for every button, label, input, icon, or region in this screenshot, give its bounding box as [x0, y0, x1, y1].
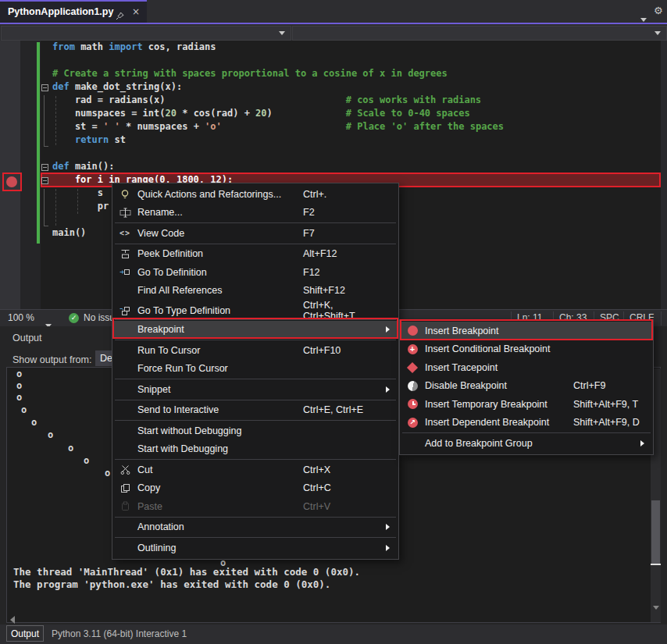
menu-item-annotation[interactable]: Annotation — [112, 518, 398, 537]
menu-item-insert-tracepoint[interactable]: Insert Tracepoint — [400, 358, 653, 377]
menu-item-label: Cut — [137, 464, 303, 475]
bp-trace-icon — [408, 364, 416, 372]
menu-separator — [115, 459, 396, 460]
peek-icon — [120, 249, 130, 259]
menu-item-shortcut: F7 — [303, 228, 386, 239]
member-dropdown[interactable] — [292, 26, 667, 41]
tab-output[interactable]: Output — [6, 625, 44, 642]
menu-item-paste[interactable]: PasteCtrl+V — [112, 497, 398, 516]
menu-item-label: Disable Breakpoint — [425, 380, 573, 391]
menu-item-disable-breakpoint[interactable]: Disable BreakpointCtrl+F9 — [400, 377, 653, 396]
type-dropdown[interactable] — [1, 26, 291, 41]
menu-item-label: Rename... — [137, 207, 303, 218]
scroll-down-icon[interactable] — [653, 599, 659, 613]
output-dot: o — [16, 381, 22, 390]
annotation-box-insert-breakpoint — [400, 319, 653, 340]
no-issues-check-icon: ✓ — [69, 313, 79, 323]
menu-item-shortcut: Ctrl+F10 — [303, 345, 386, 356]
code-line[interactable]: # Create a string with spaces proportion… — [52, 68, 504, 81]
menu-item-insert-conditional-breakpoint[interactable]: +Insert Conditional Breakpoint — [400, 340, 653, 359]
code-line[interactable] — [52, 148, 504, 161]
code-line[interactable]: numspaces = int(20 * cos(rad) + 20) # Sc… — [52, 108, 504, 121]
menu-item-label: Send to Interactive — [137, 404, 303, 415]
menu-item-label: Find All References — [137, 285, 303, 296]
outline-bracket[interactable] — [44, 189, 45, 226]
scrollbar-thumb[interactable] — [651, 500, 660, 564]
menu-item-cut[interactable]: CutCtrl+X — [112, 461, 398, 479]
menu-item-add-to-breakpoint-group[interactable]: Add to Breakpoint Group — [400, 434, 653, 453]
navigation-bar — [0, 24, 667, 41]
code-line[interactable]: def make_dot_string(x): — [52, 81, 504, 94]
menu-item-shortcut: F2 — [303, 207, 386, 218]
code-line[interactable]: from math import cos, radians — [52, 41, 504, 55]
menu-item-copy[interactable]: CopyCtrl+C — [112, 479, 398, 498]
menu-item-label: Outlining — [137, 543, 303, 553]
menu-item-label: Start without Debugging — [137, 425, 303, 436]
menu-item-insert-dependent-breakpoint[interactable]: ↗Insert Dependent BreakpointShift+Alt+F9… — [400, 414, 653, 432]
output-dot: o — [68, 443, 73, 453]
tab-python-interactive[interactable]: Python 3.11 (64-bit) Interactive 1 — [52, 624, 187, 643]
menu-item-outlining[interactable]: Outlining — [112, 539, 398, 557]
menu-item-go-to-type-definition[interactable]: Go To Type DefinitionCtrl+K, Ctrl+Shift+… — [112, 300, 398, 318]
output-log-line: The thread 'MainThread' (0x1) has exited… — [13, 566, 360, 578]
menu-item-shortcut: Shift+Alt+F9, T — [573, 399, 640, 410]
rename-icon — [119, 208, 131, 218]
menu-item-label: Add to Breakpoint Group — [425, 438, 573, 449]
code-line[interactable] — [52, 55, 504, 68]
submenu-arrow-icon — [386, 521, 390, 532]
panel-tab-bar: Output Python 3.11 (64-bit) Interactive … — [0, 624, 667, 644]
menu-item-rename[interactable]: Rename...F2 — [112, 204, 398, 222]
outline-bracket[interactable] — [44, 95, 45, 147]
output-log-line: The program 'python.exe' has exited with… — [13, 578, 330, 591]
menu-item-start-without-debugging[interactable]: Start without Debugging — [112, 422, 398, 440]
menu-item-shortcut: Ctrl+F9 — [573, 380, 640, 391]
code-line[interactable]: def main(): — [52, 161, 504, 174]
output-dot: o — [21, 405, 27, 415]
menu-item-peek-definition[interactable]: Peek DefinitionAlt+F12 — [112, 245, 398, 264]
code-line[interactable]: return st — [52, 134, 504, 148]
menu-separator — [115, 517, 396, 518]
menu-separator — [115, 537, 396, 538]
annotation-box-breakpoint-item — [112, 318, 398, 339]
outline-collapse-icon[interactable] — [41, 164, 48, 171]
submenu-arrow-icon — [640, 438, 644, 449]
menu-item-label: Snippet — [137, 384, 303, 395]
menu-item-insert-temporary-breakpoint[interactable]: Insert Temporary BreakpointShift+Alt+F9,… — [400, 395, 653, 414]
menu-item-view-code[interactable]: <>View CodeF7 — [112, 224, 398, 243]
menu-item-snippet[interactable]: Snippet — [112, 380, 398, 399]
menu-item-force-run-to-cursor[interactable]: Force Run To Cursor — [112, 360, 398, 379]
change-tracking-bar — [37, 42, 40, 244]
menu-item-go-to-definition[interactable]: Go To DefinitionF12 — [112, 263, 398, 282]
editor-vertical-scrollbar[interactable] — [661, 41, 667, 309]
menu-item-label: Go To Type Definition — [137, 305, 303, 316]
document-tab-bar: PythonApplication1.py × ⚙ — [0, 0, 667, 23]
code-line[interactable]: rad = radians(x) # cos works with radian… — [52, 94, 504, 108]
menu-separator — [115, 222, 396, 223]
menu-item-shortcut: Ctrl+X — [303, 464, 386, 475]
menu-item-start-with-debugging[interactable]: Start with Debugging — [112, 440, 398, 459]
menu-item-quick-actions-and-refactorings[interactable]: Quick Actions and Refactorings...Ctrl+. — [112, 185, 398, 204]
copy-icon — [120, 483, 130, 493]
menu-item-shortcut: Shift+Alt+F9, D — [573, 417, 640, 428]
outline-collapse-icon[interactable] — [41, 177, 48, 184]
document-tab[interactable]: PythonApplication1.py × — [0, 2, 147, 23]
outline-bracket-hook — [44, 146, 48, 147]
menu-item-send-to-interactive[interactable]: Send to InteractiveCtrl+E, Ctrl+E — [112, 401, 398, 420]
chevron-down-icon — [279, 31, 285, 35]
gear-icon[interactable]: ⚙ — [654, 5, 663, 17]
menu-item-run-to-cursor[interactable]: Run To CursorCtrl+F10 — [112, 341, 398, 360]
menu-item-shortcut: Ctrl+E, Ctrl+E — [303, 404, 386, 415]
close-tab-icon[interactable]: × — [132, 2, 140, 23]
menu-item-shortcut: Ctrl+. — [303, 189, 386, 200]
zoom-level[interactable]: 100 % — [8, 310, 34, 326]
output-dot: o — [84, 456, 89, 465]
cut-icon — [120, 464, 130, 475]
menu-item-shortcut: Ctrl+C — [303, 482, 386, 493]
menu-separator — [115, 420, 396, 421]
status-divider — [661, 311, 662, 326]
menu-item-label: Annotation — [137, 521, 303, 532]
gototypedef-icon — [119, 306, 130, 316]
code-line[interactable]: st = ' ' * numspaces + 'o' # Place 'o' a… — [52, 121, 504, 134]
outline-collapse-icon[interactable] — [41, 84, 48, 91]
menu-item-find-all-references[interactable]: Find All ReferencesShift+F12 — [112, 282, 398, 301]
